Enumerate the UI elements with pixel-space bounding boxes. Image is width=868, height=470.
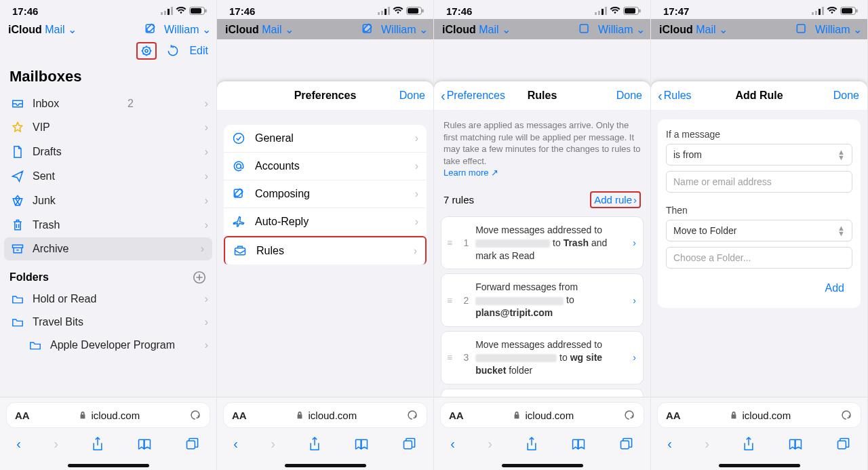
svg-rect-33 bbox=[580, 24, 588, 33]
pref-rules[interactable]: Rules› bbox=[224, 236, 427, 265]
pref-autoreply[interactable]: Auto-Reply› bbox=[224, 208, 427, 236]
chevron-right-icon: › bbox=[205, 293, 208, 305]
tabs-icon[interactable] bbox=[402, 437, 417, 452]
status-bar: 17:46 bbox=[217, 0, 433, 19]
address-input[interactable]: Name or email address bbox=[666, 171, 852, 193]
back-rules[interactable]: ‹Rules bbox=[658, 88, 692, 104]
svg-rect-43 bbox=[837, 440, 846, 448]
chevron-right-icon: › bbox=[205, 170, 208, 182]
drag-handle-icon[interactable]: ≡ bbox=[447, 237, 452, 248]
compose-icon[interactable] bbox=[144, 22, 157, 36]
paperplane-icon bbox=[11, 170, 24, 183]
rule-3[interactable]: ≡3 Move messages addressed to to wg site… bbox=[441, 331, 644, 385]
folder-select[interactable]: Choose a Folder... bbox=[666, 247, 852, 269]
svg-rect-41 bbox=[856, 9, 858, 13]
cellular-icon bbox=[161, 7, 173, 15]
compose-icon bbox=[232, 187, 245, 201]
chevron-right-icon: › bbox=[205, 98, 208, 110]
vip-row[interactable]: VIP › bbox=[0, 115, 216, 140]
done-button[interactable]: Done bbox=[616, 90, 642, 102]
rule-form: If a message is from▲▼ Name or email add… bbox=[658, 119, 861, 308]
edit-button[interactable]: Edit bbox=[189, 45, 208, 57]
folder-travel-bits[interactable]: Travel Bits › bbox=[0, 311, 216, 334]
trash-row[interactable]: Trash › bbox=[0, 213, 216, 237]
add-rule-title: Add Rule bbox=[735, 90, 783, 102]
add-button[interactable]: Add bbox=[666, 278, 852, 298]
back-icon[interactable]: ‹ bbox=[16, 436, 21, 452]
bookmarks-icon[interactable] bbox=[354, 437, 369, 451]
folder-icon bbox=[28, 340, 42, 351]
back-preferences[interactable]: ‹Preferences bbox=[441, 88, 505, 104]
svg-rect-5 bbox=[191, 8, 201, 14]
drafts-row[interactable]: Drafts › bbox=[0, 140, 216, 164]
tabs-icon[interactable] bbox=[185, 437, 200, 452]
bookmarks-icon[interactable] bbox=[137, 437, 152, 451]
svg-rect-25 bbox=[403, 440, 412, 448]
document-icon bbox=[11, 145, 24, 159]
svg-rect-19 bbox=[422, 9, 424, 13]
folder-icon bbox=[11, 294, 24, 305]
url-bar[interactable]: AA icloud.com bbox=[224, 403, 427, 427]
junk-row[interactable]: Junk › bbox=[0, 189, 216, 213]
rules-description: Rules are applied as messages arrive. On… bbox=[434, 110, 650, 182]
sent-row[interactable]: Sent › bbox=[0, 164, 216, 189]
done-button[interactable]: Done bbox=[833, 90, 859, 102]
refresh-icon[interactable] bbox=[166, 44, 180, 58]
back-icon[interactable]: ‹ bbox=[233, 436, 238, 452]
folder-apple-dev[interactable]: Apple Developer Program › bbox=[0, 334, 216, 357]
sheet-header: Preferences Done bbox=[217, 81, 433, 110]
status-time: 17:46 bbox=[12, 5, 38, 17]
share-icon[interactable] bbox=[308, 436, 321, 452]
svg-rect-27 bbox=[598, 11, 600, 15]
add-folder-icon[interactable] bbox=[192, 270, 207, 285]
inbox-count: 2 bbox=[127, 98, 134, 110]
wifi-icon bbox=[176, 7, 186, 15]
url-bar[interactable]: AA icloud.com bbox=[658, 403, 861, 427]
reload-icon[interactable] bbox=[406, 409, 418, 421]
inbox-row[interactable]: Inbox 2 › bbox=[0, 92, 216, 115]
svg-rect-42 bbox=[797, 24, 805, 33]
svg-rect-29 bbox=[605, 7, 607, 15]
share-icon[interactable] bbox=[91, 436, 104, 452]
status-bar: 17:47 bbox=[651, 0, 867, 19]
reload-icon[interactable] bbox=[189, 409, 201, 421]
url-bar[interactable]: AA icloud.com bbox=[7, 403, 210, 427]
folder-hold-or-read[interactable]: Hold or Read › bbox=[0, 288, 216, 311]
gear-icon[interactable] bbox=[140, 44, 153, 58]
svg-point-21 bbox=[234, 134, 244, 144]
chevron-right-icon: › bbox=[201, 243, 204, 255]
svg-rect-32 bbox=[639, 9, 641, 13]
chevron-right-icon: › bbox=[205, 146, 208, 158]
home-indicator[interactable] bbox=[68, 464, 149, 467]
rule-1[interactable]: ≡ 1 Move messages addressed to to Trash … bbox=[441, 216, 644, 270]
pref-accounts[interactable]: Accounts› bbox=[224, 153, 427, 180]
user-menu[interactable]: William ⌄ bbox=[164, 23, 211, 36]
add-rule-button[interactable]: Add rule › bbox=[594, 194, 637, 205]
text-size-button[interactable]: AA bbox=[15, 410, 30, 421]
rule-2[interactable]: ≡2 Forward messages from to plans@tripit… bbox=[441, 273, 644, 327]
mailboxes-heading: Mailboxes bbox=[0, 64, 216, 92]
trash-icon bbox=[11, 218, 24, 232]
svg-rect-6 bbox=[205, 9, 207, 13]
condition-select[interactable]: is from▲▼ bbox=[666, 144, 852, 165]
pref-composing[interactable]: Composing› bbox=[224, 180, 427, 208]
svg-point-9 bbox=[145, 50, 148, 52]
svg-rect-16 bbox=[388, 7, 390, 15]
reload-icon[interactable] bbox=[623, 409, 635, 421]
forward-icon[interactable]: › bbox=[54, 436, 58, 452]
brand[interactable]: iCloud Mail ⌄ bbox=[8, 23, 77, 36]
svg-rect-40 bbox=[842, 8, 852, 14]
action-select[interactable]: Move to Folder▲▼ bbox=[666, 220, 852, 241]
home-indicator[interactable] bbox=[285, 464, 366, 467]
svg-rect-3 bbox=[171, 7, 173, 15]
status-indicators bbox=[161, 7, 207, 15]
learn-more-link[interactable]: Learn more ↗ bbox=[443, 168, 498, 178]
done-button[interactable]: Done bbox=[399, 90, 425, 102]
status-bar: 17:46 bbox=[434, 0, 650, 19]
stepper-icon: ▲▼ bbox=[837, 149, 845, 160]
url-bar[interactable]: AA icloud.com bbox=[441, 403, 644, 427]
forward-icon[interactable]: › bbox=[271, 436, 275, 452]
svg-point-22 bbox=[237, 164, 241, 169]
archive-row[interactable]: Archive › bbox=[4, 237, 212, 260]
pref-general[interactable]: General› bbox=[224, 125, 427, 153]
